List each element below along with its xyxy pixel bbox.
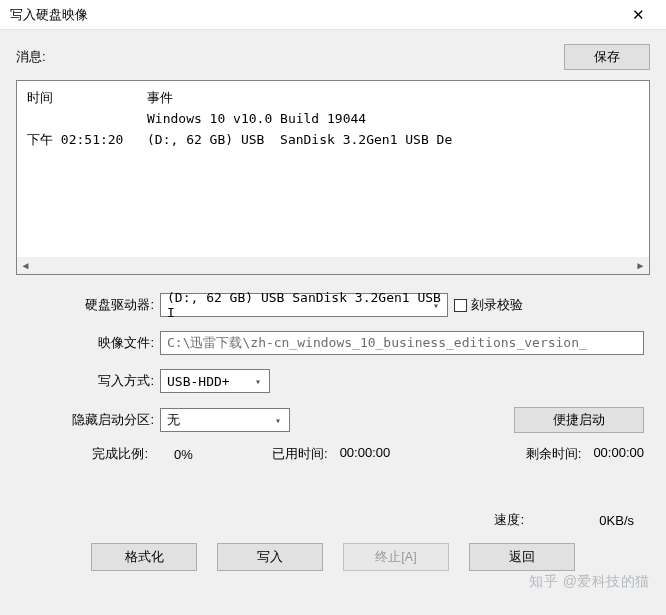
drive-select-value: (D:, 62 GB) USB SanDisk 3.2Gen1 USB I: [167, 290, 443, 320]
verify-checkbox-label: 刻录校验: [471, 296, 523, 314]
elapsed-value: 00:00:00: [340, 445, 391, 463]
log-panel: 时间 事件 Windows 10 v10.0 Build 19044 下午 02…: [16, 80, 650, 275]
drive-label: 硬盘驱动器:: [22, 296, 154, 314]
progress-label: 完成比例:: [22, 445, 148, 463]
image-file-field[interactable]: C:\迅雷下载\zh-cn_windows_10_business_editio…: [160, 331, 644, 355]
hidden-boot-select[interactable]: 无 ▾: [160, 408, 290, 432]
hidden-boot-value: 无: [167, 411, 180, 429]
image-file-label: 映像文件:: [22, 334, 154, 352]
back-button[interactable]: 返回: [469, 543, 575, 571]
checkbox-box-icon: [454, 299, 467, 312]
remain-value: 00:00:00: [593, 445, 644, 463]
log-cell-event: (D:, 62 GB) USB SanDisk 3.2Gen1 USB De: [147, 129, 639, 150]
messages-label: 消息:: [16, 48, 556, 66]
scroll-left-icon[interactable]: ◄: [17, 257, 34, 274]
chevron-down-icon: ▾: [249, 371, 267, 391]
verify-checkbox[interactable]: 刻录校验: [454, 296, 523, 314]
progress-bar-area: [16, 467, 650, 503]
speed-label: 速度:: [494, 511, 524, 529]
drive-select[interactable]: (D:, 62 GB) USB SanDisk 3.2Gen1 USB I ▾: [160, 293, 448, 317]
quick-boot-button[interactable]: 便捷启动: [514, 407, 644, 433]
write-mode-value: USB-HDD+: [167, 374, 230, 389]
log-cell-event: Windows 10 v10.0 Build 19044: [147, 108, 639, 129]
speed-value: 0KB/s: [544, 513, 634, 528]
elapsed-label: 已用时间:: [272, 445, 328, 463]
write-mode-label: 写入方式:: [22, 372, 154, 390]
hidden-boot-label: 隐藏启动分区:: [22, 411, 154, 429]
image-file-value: C:\迅雷下载\zh-cn_windows_10_business_editio…: [167, 334, 587, 352]
chevron-down-icon: ▾: [427, 295, 445, 315]
write-mode-select[interactable]: USB-HDD+ ▾: [160, 369, 270, 393]
remain-label: 剩余时间:: [526, 445, 582, 463]
save-button[interactable]: 保存: [564, 44, 650, 70]
log-col-event: 事件: [147, 87, 639, 108]
chevron-down-icon: ▾: [269, 410, 287, 430]
log-cell-time: 下午 02:51:20: [27, 129, 147, 150]
log-col-time: 时间: [27, 87, 147, 108]
horizontal-scrollbar[interactable]: ◄ ►: [17, 257, 649, 274]
scroll-track[interactable]: [34, 257, 632, 274]
close-icon[interactable]: ✕: [618, 1, 658, 29]
format-button[interactable]: 格式化: [91, 543, 197, 571]
log-cell-time: [27, 108, 147, 129]
progress-value: 0%: [174, 447, 264, 462]
window-title: 写入硬盘映像: [10, 6, 618, 24]
write-button[interactable]: 写入: [217, 543, 323, 571]
abort-button[interactable]: 终止[A]: [343, 543, 449, 571]
scroll-right-icon[interactable]: ►: [632, 257, 649, 274]
